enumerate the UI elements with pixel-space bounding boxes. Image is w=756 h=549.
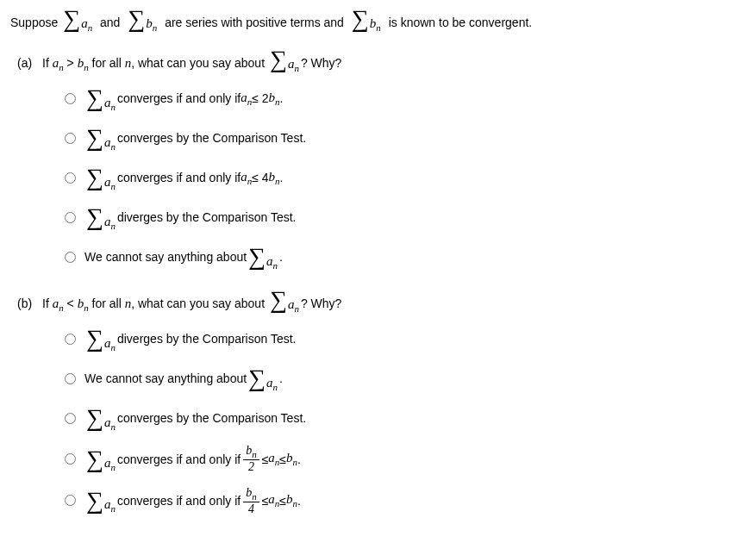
option-b-5: ∑an converges if and only if bn4 ≤ an ≤ … (60, 486, 746, 515)
part-b: (b) If an < bn for all n, what can you s… (10, 288, 746, 515)
option-label: ∑an converges if and only if an ≤ 4bn. (84, 165, 283, 190)
option-label: We cannot say anything about ∑an. (84, 245, 283, 269)
option-a-1: ∑an converges if and only if an ≤ 2bn. (60, 84, 746, 112)
option-label: ∑an diverges by the Comparison Test. (84, 327, 296, 351)
text-segment: is known to be convergent. (389, 16, 533, 29)
sigma-icon: ∑ (63, 7, 80, 31)
text-segment: and (100, 16, 120, 29)
sigma-an: ∑ an (270, 288, 299, 312)
option-label: We cannot say anything about ∑an. (84, 366, 283, 390)
option-label: ∑an converges by the Comparison Test. (84, 126, 306, 150)
radio-a-5[interactable] (65, 252, 76, 263)
option-label: ∑an converges if and only if bn4 ≤ an ≤ … (84, 486, 301, 515)
radio-b-3[interactable] (65, 413, 76, 424)
option-label: ∑an converges if and only if an ≤ 2bn. (84, 86, 283, 110)
options-a: ∑an converges if and only if an ≤ 2bn. ∑… (60, 84, 746, 271)
radio-a-3[interactable] (65, 172, 76, 184)
option-label: ∑an diverges by the Comparison Test. (84, 205, 296, 229)
text-segment: are series with positive terms and (165, 16, 344, 29)
text-segment: Suppose (10, 16, 58, 29)
radio-a-2[interactable] (65, 133, 76, 144)
options-b: ∑an diverges by the Comparison Test. We … (60, 325, 746, 515)
option-b-4: ∑an converges if and only if bn2 ≤ an ≤ … (60, 444, 746, 473)
option-a-5: We cannot say anything about ∑an. (60, 243, 746, 271)
intro-text: Suppose ∑ an and ∑ bn are series with po… (10, 7, 746, 32)
sigma-icon: ∑ (352, 7, 369, 31)
option-b-2: We cannot say anything about ∑an. (60, 365, 746, 392)
question-a: (a) If an > bn for all n, what can you s… (17, 47, 746, 72)
option-label: ∑an converges if and only if bn2 ≤ an ≤ … (84, 444, 301, 473)
radio-a-1[interactable] (65, 93, 76, 104)
radio-b-5[interactable] (65, 495, 76, 506)
option-label: ∑an converges by the Comparison Test. (84, 406, 306, 430)
option-a-4: ∑an diverges by the Comparison Test. (60, 203, 746, 231)
option-a-2: ∑an converges by the Comparison Test. (60, 124, 746, 152)
radio-b-4[interactable] (65, 453, 76, 465)
option-b-1: ∑an diverges by the Comparison Test. (60, 325, 746, 352)
option-a-3: ∑an converges if and only if an ≤ 4bn. (60, 164, 746, 191)
sigma-an: ∑ an (270, 47, 299, 72)
part-label-b: (b) (17, 296, 32, 310)
sigma-icon: ∑ (128, 7, 145, 31)
question-b: (b) If an < bn for all n, what can you s… (17, 288, 746, 313)
part-label-a: (a) (17, 56, 32, 70)
option-b-3: ∑an converges by the Comparison Test. (60, 404, 746, 432)
radio-a-4[interactable] (65, 212, 76, 223)
sigma-bn: ∑ bn (128, 7, 157, 31)
sigma-an: ∑ an (63, 7, 92, 31)
part-a: (a) If an > bn for all n, what can you s… (10, 47, 746, 271)
sigma-bn: ∑ bn (352, 7, 381, 31)
radio-b-2[interactable] (65, 373, 76, 384)
radio-b-1[interactable] (65, 334, 76, 345)
